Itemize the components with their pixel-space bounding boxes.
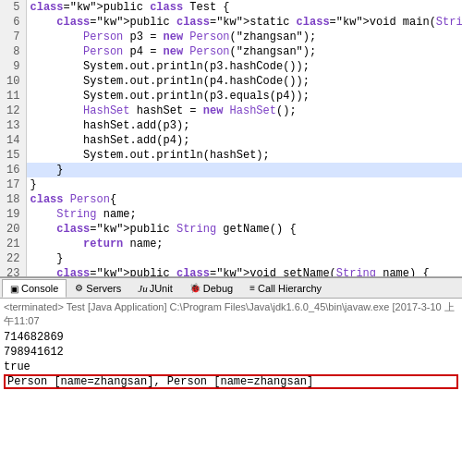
code-row: 10 System.out.println(p4.hashCode()); bbox=[0, 74, 462, 89]
code-line-content: System.out.println(hashSet); bbox=[26, 148, 462, 163]
tab-label: Servers bbox=[86, 283, 121, 294]
tab-label: JUnit bbox=[150, 283, 173, 294]
line-number: 9 bbox=[0, 59, 26, 74]
code-line-content: return name; bbox=[26, 237, 462, 251]
line-number: 11 bbox=[0, 89, 26, 104]
code-line-content: System.out.println(p3.hashCode()); bbox=[26, 59, 462, 74]
code-row: 13 hashSet.add(p3); bbox=[0, 118, 462, 133]
code-line-content: } bbox=[26, 251, 462, 266]
junit-icon: Ju bbox=[138, 283, 147, 294]
console-output-line: true bbox=[4, 360, 458, 374]
line-number: 17 bbox=[0, 177, 26, 192]
console-output-line: 798941612 bbox=[4, 345, 458, 360]
console-boxed-output: Person [name=zhangsan], Person [name=zha… bbox=[4, 374, 458, 389]
line-number: 19 bbox=[0, 207, 26, 222]
code-row: 14 hashSet.add(p4); bbox=[0, 133, 462, 148]
tab-call-hierarchy[interactable]: ≡Call Hierarchy bbox=[241, 279, 330, 298]
line-number: 15 bbox=[0, 148, 26, 163]
line-number: 14 bbox=[0, 133, 26, 148]
tab-label: Console bbox=[21, 283, 58, 294]
line-number: 16 bbox=[0, 163, 26, 177]
tab-icon: 🐞 bbox=[189, 283, 201, 293]
code-line-content: class="kw">public class="kw">void setNam… bbox=[26, 266, 462, 277]
code-line-content: class="kw">public class Test { bbox=[26, 0, 462, 15]
code-line-content: HashSet hashSet = new HashSet(); bbox=[26, 104, 462, 118]
tab-debug[interactable]: 🐞Debug bbox=[181, 279, 241, 298]
bottom-panel: ▣Console⚙ServersJuJUnit🐞Debug≡Call Hiera… bbox=[0, 277, 462, 476]
code-line-content: class="kw">public String getName() { bbox=[26, 222, 462, 237]
code-row: 21 return name; bbox=[0, 237, 462, 251]
console-output-line: 714682869 bbox=[4, 330, 458, 345]
console-header: <terminated> Test [Java Application] C:\… bbox=[4, 300, 458, 328]
code-row: 20 class="kw">public String getName() { bbox=[0, 222, 462, 237]
code-row: 18class Person{ bbox=[0, 192, 462, 207]
code-row: 9 System.out.println(p3.hashCode()); bbox=[0, 59, 462, 74]
code-line-content: String name; bbox=[26, 207, 462, 222]
code-row: 15 System.out.println(hashSet); bbox=[0, 148, 462, 163]
code-row: 7 Person p3 = new Person("zhangsan"); bbox=[0, 30, 462, 44]
line-number: 18 bbox=[0, 192, 26, 207]
tab-junit[interactable]: JuJUnit bbox=[129, 279, 180, 298]
code-row: 22 } bbox=[0, 251, 462, 266]
line-number: 21 bbox=[0, 237, 26, 251]
tab-icon: ⚙ bbox=[75, 283, 83, 293]
tab-console[interactable]: ▣Console bbox=[2, 279, 67, 298]
line-number: 20 bbox=[0, 222, 26, 237]
code-row: 11 System.out.println(p3.equals(p4)); bbox=[0, 89, 462, 104]
code-row: 17} bbox=[0, 177, 462, 192]
console-content: <terminated> Test [Java Application] C:\… bbox=[0, 299, 462, 476]
code-row: 12 HashSet hashSet = new HashSet(); bbox=[0, 104, 462, 118]
tab-icon: ≡ bbox=[249, 283, 255, 293]
code-row: 19 String name; bbox=[0, 207, 462, 222]
line-number: 6 bbox=[0, 15, 26, 30]
tab-label: Call Hierarchy bbox=[258, 283, 322, 294]
code-row: 5class="kw">public class Test { bbox=[0, 0, 462, 15]
tab-label: Debug bbox=[203, 283, 233, 294]
code-line-content: } bbox=[26, 177, 462, 192]
line-number: 13 bbox=[0, 118, 26, 133]
code-line-content: hashSet.add(p3); bbox=[26, 118, 462, 133]
code-editor[interactable]: 5class="kw">public class Test {6 class="… bbox=[0, 0, 462, 277]
code-line-content: hashSet.add(p4); bbox=[26, 133, 462, 148]
line-number: 10 bbox=[0, 74, 26, 89]
tab-icon: ▣ bbox=[10, 284, 18, 294]
code-line-content: class Person{ bbox=[26, 192, 462, 207]
code-row: 8 Person p4 = new Person("zhangsan"); bbox=[0, 44, 462, 59]
code-row: 23 class="kw">public class="kw">void set… bbox=[0, 266, 462, 277]
code-row: 16 } bbox=[0, 163, 462, 177]
tab-servers[interactable]: ⚙Servers bbox=[67, 279, 129, 298]
code-line-content: class="kw">public class="kw">static clas… bbox=[26, 15, 462, 30]
code-row: 6 class="kw">public class="kw">static cl… bbox=[0, 15, 462, 30]
line-number: 7 bbox=[0, 30, 26, 44]
code-line-content: } bbox=[26, 163, 462, 177]
code-table: 5class="kw">public class Test {6 class="… bbox=[0, 0, 462, 277]
line-number: 12 bbox=[0, 104, 26, 118]
line-number: 23 bbox=[0, 266, 26, 277]
code-line-content: Person p4 = new Person("zhangsan"); bbox=[26, 44, 462, 59]
line-number: 5 bbox=[0, 0, 26, 15]
code-line-content: Person p3 = new Person("zhangsan"); bbox=[26, 30, 462, 44]
line-number: 22 bbox=[0, 251, 26, 266]
line-number: 8 bbox=[0, 44, 26, 59]
tab-bar: ▣Console⚙ServersJuJUnit🐞Debug≡Call Hiera… bbox=[0, 278, 462, 299]
code-line-content: System.out.println(p4.hashCode()); bbox=[26, 74, 462, 89]
code-line-content: System.out.println(p3.equals(p4)); bbox=[26, 89, 462, 104]
